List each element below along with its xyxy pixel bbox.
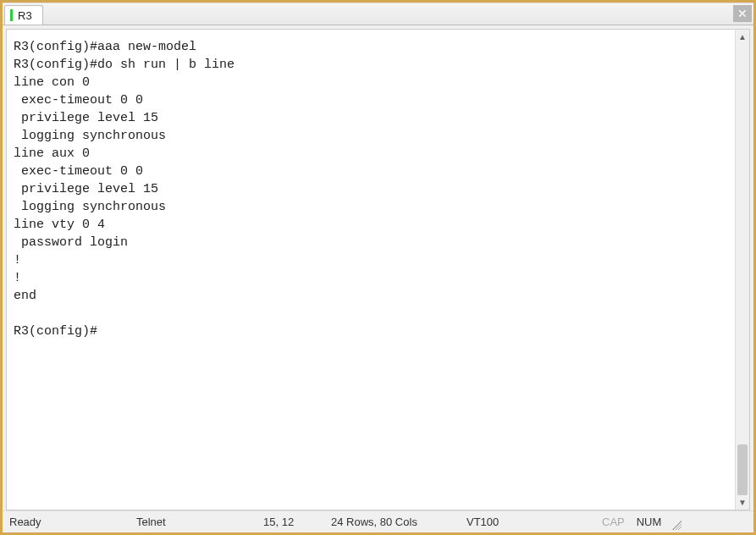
status-caps-lock: CAP — [602, 516, 625, 528]
status-bar: Ready Telnet 15, 12 24 Rows, 80 Cols VT1… — [3, 510, 753, 532]
connection-status-indicator — [10, 9, 13, 21]
scroll-down-arrow-icon[interactable]: ▼ — [736, 495, 749, 510]
vertical-scrollbar[interactable]: ▲ ▼ — [735, 30, 749, 510]
status-connection: Telnet — [136, 516, 263, 528]
status-ready: Ready — [9, 516, 136, 528]
scroll-up-arrow-icon[interactable]: ▲ — [736, 30, 749, 44]
terminal-container: R3(config)#aaa new-model R3(config)#do s… — [6, 29, 750, 510]
status-terminal-type: VT100 — [466, 516, 602, 528]
close-icon: ✕ — [737, 8, 748, 19]
scroll-track[interactable] — [736, 44, 749, 495]
status-num-lock: NUM — [637, 516, 662, 528]
terminal-window: R3 ✕ R3(config)#aaa new-model R3(config)… — [3, 3, 753, 532]
status-cursor-position: 15, 12 — [263, 516, 331, 528]
close-button[interactable]: ✕ — [733, 5, 752, 22]
terminal-output[interactable]: R3(config)#aaa new-model R3(config)#do s… — [7, 30, 735, 510]
scroll-thumb[interactable] — [737, 444, 748, 495]
tab-label: R3 — [18, 9, 32, 22]
session-tab-r3[interactable]: R3 — [4, 5, 43, 25]
tab-bar: R3 ✕ — [3, 3, 753, 25]
status-terminal-size: 24 Rows, 80 Cols — [331, 516, 466, 528]
resize-grip-icon[interactable] — [670, 518, 682, 530]
